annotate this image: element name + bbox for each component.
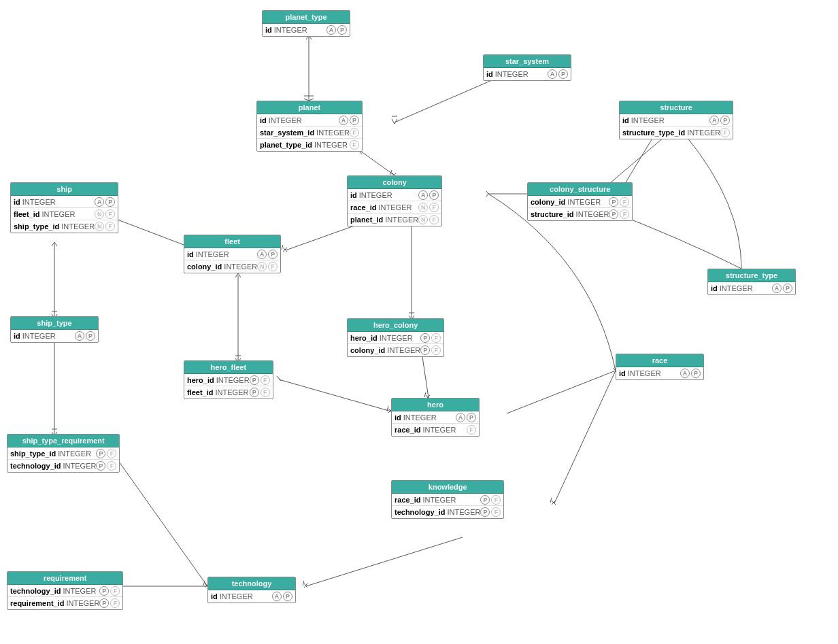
field-name: structure_id bbox=[531, 210, 574, 218]
table-header-colony: colony bbox=[348, 176, 441, 189]
svg-line-8 bbox=[392, 119, 395, 124]
field-badges: AP bbox=[75, 331, 95, 341]
table-header-hero_fleet: hero_fleet bbox=[184, 361, 273, 374]
svg-line-56 bbox=[552, 501, 556, 505]
svg-line-9 bbox=[395, 119, 397, 124]
badge-f: F bbox=[107, 449, 116, 458]
field-name: hero_id bbox=[187, 376, 214, 384]
table-row: idINTEGERAP bbox=[708, 282, 795, 294]
field-name: ship_type_id bbox=[10, 450, 56, 458]
badge-f: F bbox=[720, 128, 730, 137]
field-type: INTEGER bbox=[628, 369, 661, 377]
field-type: INTEGER bbox=[42, 210, 76, 218]
field-name: race_id bbox=[350, 203, 377, 211]
field-badges: AP bbox=[680, 369, 701, 378]
badge-p: P bbox=[105, 197, 115, 207]
svg-line-19 bbox=[486, 194, 488, 197]
field-type: INTEGER bbox=[385, 216, 418, 224]
badge-p: P bbox=[96, 461, 105, 471]
badge-a: A bbox=[456, 413, 465, 422]
table-row: idINTEGERAP bbox=[392, 411, 479, 424]
table-hero_colony: hero_colonyhero_idINTEGERPFcolony_idINTE… bbox=[347, 318, 444, 357]
table-race: raceidINTEGERAP bbox=[616, 354, 704, 380]
badge-p: P bbox=[86, 331, 95, 341]
svg-line-23 bbox=[282, 245, 283, 250]
table-header-hero_colony: hero_colony bbox=[348, 319, 443, 332]
badge-n: N bbox=[95, 222, 104, 231]
field-name: technology_id bbox=[10, 587, 61, 595]
field-name: colony_id bbox=[350, 346, 385, 354]
svg-line-30 bbox=[54, 242, 57, 246]
badge-p: P bbox=[420, 333, 430, 343]
badge-f: F bbox=[105, 209, 115, 219]
field-type: INTEGER bbox=[403, 413, 437, 422]
field-type: INTEGER bbox=[495, 70, 529, 78]
table-row: idINTEGERAP bbox=[484, 68, 571, 80]
field-type: INTEGER bbox=[61, 222, 95, 231]
table-row: structure_type_idINTEGERF bbox=[620, 126, 733, 139]
badge-f: F bbox=[105, 222, 115, 231]
table-ship: shipidINTEGERAPfleet_idINTEGERNFship_typ… bbox=[10, 182, 118, 233]
badge-n: N bbox=[95, 209, 104, 219]
field-type: INTEGER bbox=[22, 198, 56, 206]
svg-line-53 bbox=[507, 371, 616, 413]
badge-p: P bbox=[96, 449, 105, 458]
table-structure_type: structure_typeidINTEGERAP bbox=[707, 269, 796, 295]
badge-p: P bbox=[480, 495, 490, 505]
badge-n: N bbox=[418, 215, 428, 224]
table-planet: planetidINTEGERAPstar_system_idINTEGERFp… bbox=[256, 101, 363, 152]
table-row: idINTEGERAP bbox=[616, 367, 703, 379]
field-type: INTEGER bbox=[314, 141, 348, 149]
field-badges: NF bbox=[418, 215, 439, 224]
field-name: colony_id bbox=[531, 198, 565, 206]
badge-f: F bbox=[110, 586, 120, 596]
badge-p: P bbox=[720, 116, 730, 125]
field-type: INTEGER bbox=[196, 250, 229, 258]
badge-p: P bbox=[337, 25, 347, 35]
table-colony_structure: colony_structurecolony_idINTEGERPFstruct… bbox=[527, 182, 633, 221]
badge-p: P bbox=[783, 284, 792, 293]
table-row: technology_idINTEGERPF bbox=[7, 585, 122, 597]
field-badges: AP bbox=[709, 116, 730, 125]
svg-line-57 bbox=[552, 501, 556, 505]
badge-a: A bbox=[326, 25, 336, 35]
table-colony: colonyidINTEGERAPrace_idINTEGERNFplanet_… bbox=[347, 175, 442, 226]
svg-line-55 bbox=[554, 371, 616, 503]
badge-p: P bbox=[691, 369, 701, 378]
table-requirement: requirementtechnology_idINTEGERPFrequire… bbox=[7, 571, 123, 610]
field-name: colony_id bbox=[187, 262, 222, 271]
table-row: hero_idINTEGERPF bbox=[348, 332, 443, 344]
field-badges: NF bbox=[95, 222, 115, 231]
table-row: idINTEGERAP bbox=[620, 114, 733, 126]
table-row: idINTEGERAP bbox=[208, 590, 295, 603]
field-badges: AP bbox=[326, 25, 347, 35]
badge-a: A bbox=[272, 592, 282, 601]
field-badges: PF bbox=[250, 375, 270, 385]
field-name: id bbox=[619, 369, 626, 377]
field-badges: AP bbox=[548, 69, 568, 79]
field-name: id bbox=[260, 116, 267, 124]
field-type: INTEGER bbox=[423, 426, 456, 434]
field-type: INTEGER bbox=[423, 496, 456, 504]
field-badges: F bbox=[720, 128, 730, 137]
field-badges: AP bbox=[418, 190, 439, 200]
svg-line-69 bbox=[306, 537, 463, 586]
badge-p: P bbox=[350, 116, 359, 125]
svg-line-72 bbox=[303, 581, 304, 586]
svg-line-40 bbox=[238, 273, 241, 277]
field-badges: PF bbox=[99, 598, 120, 608]
badge-f: F bbox=[429, 203, 439, 212]
badge-a: A bbox=[548, 69, 557, 79]
field-type: INTEGER bbox=[316, 129, 350, 137]
svg-line-48 bbox=[279, 379, 391, 411]
field-type: INTEGER bbox=[631, 116, 665, 124]
badge-f: F bbox=[261, 375, 270, 385]
field-name: technology_id bbox=[395, 508, 446, 516]
svg-line-22 bbox=[283, 248, 287, 252]
field-name: id bbox=[622, 116, 629, 124]
field-type: INTEGER bbox=[387, 346, 420, 354]
table-hero_fleet: hero_fleethero_idINTEGERPFfleet_idINTEGE… bbox=[184, 360, 273, 399]
field-type: INTEGER bbox=[63, 587, 97, 595]
field-type: INTEGER bbox=[269, 116, 302, 124]
svg-line-24 bbox=[112, 218, 184, 245]
